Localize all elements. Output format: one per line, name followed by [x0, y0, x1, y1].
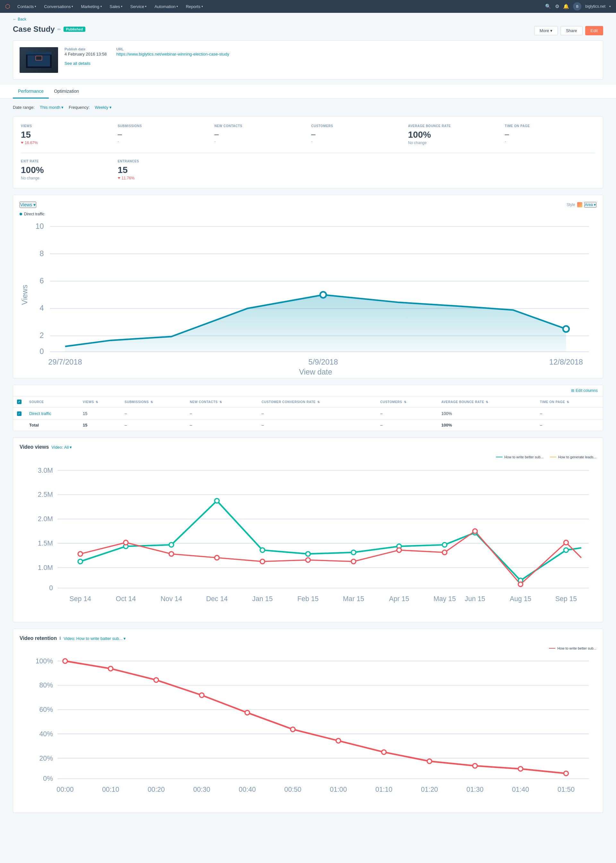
svg-point-29 [78, 560, 82, 564]
thumbnail-screen-graphic [26, 52, 52, 68]
filter-row: Date range: This month ▾ Frequency: Week… [13, 105, 603, 110]
video-views-legend: How to write better sub... How to genera… [20, 455, 596, 459]
video-views-select[interactable]: Video: All ▾ [51, 445, 72, 450]
reports-chevron: ▾ [201, 5, 203, 8]
video-views-chevron: ▾ [70, 445, 72, 450]
total-views: 15 [79, 420, 121, 431]
page-header: Case Study ✏ Published More ▾ Share Edit [0, 22, 616, 35]
data-table-card: ⊞ Edit columns SOURCE VIEWS ⇅ [13, 385, 603, 431]
time-on-page-label: TIME ON PAGE [504, 124, 595, 128]
domain-chevron[interactable]: ▾ [609, 5, 611, 8]
total-abr: 100% [437, 420, 536, 431]
search-icon[interactable]: 🔍 [545, 3, 551, 9]
chart-style-select[interactable]: Area ▾ [584, 202, 596, 207]
retention-legend-item: How to write better sub... [549, 646, 596, 650]
page-title: Case Study [13, 25, 55, 34]
video-retention-select[interactable]: Video: How to write batter sub... ▾ [63, 636, 126, 641]
views-chart-card: Views ▾ Style Area ▾ Direct traffic [13, 195, 603, 378]
video-views-card: Video views Video: All ▾ How to write be… [13, 437, 603, 622]
chart-legend: Direct traffic [20, 212, 596, 216]
avatar[interactable]: B [573, 2, 581, 11]
svg-text:Jan 15: Jan 15 [252, 595, 273, 603]
retention-legend: How to write better sub... [20, 646, 596, 650]
hubspot-logo[interactable]: ⬡ [5, 3, 10, 10]
new-contacts-sort-icon[interactable]: ⇅ [220, 401, 222, 404]
views-value: 15 [21, 130, 112, 139]
publish-date-section: Publish date 4 February 2016 13:58 [64, 47, 107, 60]
svg-text:00:00: 00:00 [57, 786, 74, 793]
svg-point-44 [215, 555, 219, 560]
customers-sort-icon[interactable]: ⇅ [404, 401, 407, 404]
bounce-rate-value: 100% [408, 130, 498, 139]
settings-icon[interactable]: ⚙ [555, 3, 559, 9]
tab-performance[interactable]: Performance [13, 85, 49, 99]
teal-video-line [80, 501, 581, 580]
nav-marketing[interactable]: Marketing ▾ [78, 2, 105, 11]
nav-conversations[interactable]: Conversations ▾ [41, 2, 76, 11]
svg-point-81 [245, 711, 250, 715]
exit-rate-value: 100% [21, 166, 112, 174]
customers-change: - [311, 139, 402, 144]
select-all-checkbox[interactable] [17, 399, 22, 404]
date-range-select[interactable]: This month ▾ [40, 105, 63, 110]
performance-table: SOURCE VIEWS ⇅ SUBMISSIONS ⇅ NEW CONTACT… [13, 396, 603, 431]
views-sort-icon[interactable]: ⇅ [96, 401, 99, 404]
more-button[interactable]: More ▾ [534, 26, 558, 35]
svg-point-86 [473, 764, 477, 768]
source-header: SOURCE [25, 396, 79, 407]
edit-columns-button[interactable]: ⊞ Edit columns [571, 388, 598, 393]
notifications-icon[interactable]: 🔔 [563, 3, 569, 9]
nav-reports[interactable]: Reports ▾ [182, 2, 206, 11]
svg-point-33 [260, 548, 265, 552]
svg-point-87 [518, 767, 523, 771]
chart-metric-select[interactable]: Views ▾ [20, 201, 36, 208]
submissions-header: SUBMISSIONS ⇅ [121, 396, 186, 407]
submissions-sort-icon[interactable]: ⇅ [151, 401, 153, 404]
svg-text:00:20: 00:20 [148, 786, 165, 793]
total-row-checkbox-cell [13, 420, 25, 431]
page-url[interactable]: https://www.biglytics.net/webinar-winnin… [116, 52, 229, 57]
publish-date: 4 February 2016 13:58 [64, 52, 107, 57]
svg-text:4: 4 [40, 304, 44, 312]
svg-point-78 [108, 667, 113, 671]
svg-text:Dec 14: Dec 14 [206, 595, 228, 603]
edit-pencil-icon[interactable]: ✏ [57, 27, 61, 32]
page-thumbnail [20, 47, 58, 73]
svg-text:Sep 15: Sep 15 [555, 595, 577, 603]
ccr-sort-icon[interactable]: ⇅ [317, 401, 320, 404]
status-badge: Published [63, 27, 86, 32]
nav-contacts[interactable]: Contacts ▾ [14, 2, 39, 11]
conversations-chevron: ▾ [72, 5, 73, 8]
share-button[interactable]: Share [561, 26, 583, 35]
top-sort-icon[interactable]: ⇅ [567, 401, 569, 404]
svg-text:2.0M: 2.0M [38, 515, 53, 523]
marketing-chevron: ▾ [101, 5, 102, 8]
svg-text:00:40: 00:40 [239, 786, 256, 793]
video-views-title: Video views [20, 444, 49, 450]
new-contacts-change: - [214, 139, 305, 144]
svg-point-49 [442, 550, 447, 555]
row1-checkbox[interactable] [17, 412, 22, 416]
metric-customers: CUSTOMERS – - [311, 124, 402, 145]
back-link[interactable]: ← Back [13, 17, 26, 22]
nav-automation[interactable]: Automation ▾ [151, 2, 181, 11]
see-all-details[interactable]: See all details [64, 61, 596, 66]
abr-sort-icon[interactable]: ⇅ [486, 401, 489, 404]
tab-optimization[interactable]: Optimization [49, 85, 84, 99]
video-views-chart: 3.0M 2.5M 2.0M 1.5M 1.0M 0 [20, 463, 596, 615]
service-chevron: ▾ [145, 5, 147, 8]
edit-button[interactable]: Edit [585, 26, 603, 35]
svg-text:Apr 15: Apr 15 [389, 595, 409, 603]
svg-point-46 [306, 558, 310, 562]
views-change: 16.67% [21, 141, 112, 145]
frequency-select[interactable]: Weekly ▾ [95, 105, 112, 110]
bounce-rate-label: AVERAGE BOUNCE RATE [408, 124, 498, 128]
nav-service[interactable]: Service ▾ [127, 2, 150, 11]
nav-sales[interactable]: Sales ▾ [107, 2, 126, 11]
url-label: URL [116, 47, 229, 51]
total-new-contacts: – [186, 420, 258, 431]
svg-text:Sep 14: Sep 14 [70, 595, 91, 603]
entrances-change: 11.76% [118, 176, 208, 180]
svg-text:29/7/2018: 29/7/2018 [48, 358, 82, 366]
svg-text:Oct 14: Oct 14 [116, 595, 136, 603]
